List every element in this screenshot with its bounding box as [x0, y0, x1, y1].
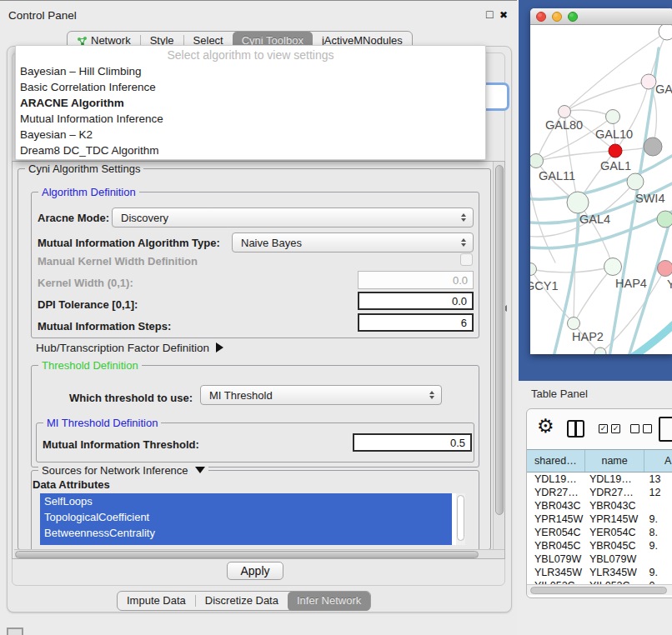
close-panel-icon[interactable]: ✖	[499, 9, 508, 21]
tab-label: Discretize Data	[205, 592, 278, 610]
table-row[interactable]: YDL19…YDL19…13	[527, 472, 672, 486]
data-attribute-item[interactable]: SelfLoops	[40, 493, 452, 509]
aracne-mode-select[interactable]: Discovery	[112, 208, 474, 228]
table-toolbar: ⚙ ✓✓	[527, 409, 672, 449]
network-node[interactable]	[568, 318, 580, 330]
node-label: GAL4	[579, 212, 610, 226]
network-node[interactable]	[594, 348, 606, 354]
mi-algorithm-type-select[interactable]: Naive Bayes	[232, 232, 474, 252]
table-row[interactable]: YBR045CYBR045C9.	[527, 539, 672, 552]
node-label: GAL80	[545, 118, 583, 132]
table-panel: ⚙ ✓✓ shared…nameA YDL19…YDL19…13YDR27…YD…	[526, 408, 672, 598]
sources-expander[interactable]: Sources for Network Inference	[38, 464, 208, 477]
scrollbar-thumb[interactable]	[530, 587, 667, 594]
node-label: GAL	[655, 82, 672, 96]
minimize-button[interactable]	[552, 12, 562, 22]
settings-horizontal-scrollbar[interactable]	[14, 549, 504, 559]
mi-threshold-title: MI Threshold Definition	[43, 417, 161, 429]
network-node[interactable]	[606, 110, 620, 124]
threshold-definition-title: Threshold Definition	[38, 359, 142, 372]
table-row[interactable]: YPR145WYPR145W9.	[527, 512, 672, 526]
table-cell: YER054C	[527, 526, 585, 539]
network-node[interactable]	[659, 25, 672, 40]
new-table-icon[interactable]	[659, 417, 672, 442]
close-button[interactable]	[536, 12, 546, 22]
network-window-titlebar[interactable]	[530, 8, 672, 25]
table-row[interactable]: YER054CYER054C8.	[527, 526, 672, 539]
table-cell: YBR045C	[527, 539, 585, 552]
network-canvas[interactable]: GALGAL80GAL10GAL1GAL11SWI4GAL4GCY1HAP4YH…	[530, 25, 672, 354]
table-row[interactable]: YBR043CYBR043C	[527, 499, 672, 512]
split-columns-icon[interactable]	[567, 420, 584, 438]
mi-algorithm-type-value: Naive Bayes	[233, 237, 458, 249]
unselect-all-columns-icon[interactable]	[630, 424, 652, 433]
network-edge	[564, 82, 649, 112]
manual-kernel-width-checkbox[interactable]	[460, 253, 473, 266]
algorithm-option[interactable]: Bayesian – K2	[20, 127, 485, 142]
algorithm-select-placeholder: Select algorithm to view settings	[16, 48, 485, 62]
network-node[interactable]	[641, 74, 656, 89]
data-attribute-item[interactable]: gal4RGexp	[40, 541, 452, 545]
table-options-icon[interactable]: ⚙	[537, 415, 554, 438]
algorithm-option[interactable]: Bayesian – Hill Climbing	[20, 63, 485, 79]
scrollbar-thumb[interactable]	[495, 165, 504, 515]
scrollbar-thumb[interactable]	[15, 551, 479, 558]
data-attribute-item[interactable]: BetweennessCentrality	[40, 525, 452, 541]
network-node[interactable]	[644, 138, 662, 156]
apply-button[interactable]: Apply	[227, 562, 283, 580]
control-panel: Control Panel □ ✖ NetworkStyleSelectCyni…	[0, 0, 517, 635]
network-node[interactable]	[567, 192, 589, 213]
algorithm-option[interactable]: ARACNE Algorithm	[20, 95, 485, 111]
algorithm-dropdown: Select algorithm to view settings Bayesi…	[15, 45, 486, 160]
algorithm-option[interactable]: Basic Correlation Inference	[20, 79, 485, 95]
table-cell	[644, 552, 672, 566]
tab-impute-data[interactable]: Impute Data	[118, 592, 195, 610]
settings-vertical-scrollbar[interactable]	[493, 162, 505, 558]
hub-definition-expander[interactable]: Hub/Transcription Factor Definition	[36, 342, 223, 354]
column-header[interactable]: A	[644, 450, 672, 472]
table-cell: YDL19…	[527, 472, 585, 486]
table-cell: YBL079W	[527, 552, 585, 566]
column-header[interactable]: shared…	[527, 450, 585, 472]
algorithm-option[interactable]: Dream8 DC_TDC Algorithm	[20, 142, 485, 158]
table-panel-title: Table Panel	[531, 388, 588, 400]
zoom-button[interactable]	[568, 12, 578, 22]
data-attribute-item[interactable]: TopologicalCoefficient	[40, 509, 452, 525]
algorithm-definition-title: Algorithm Definition	[38, 186, 139, 198]
table-cell: YBR045C	[585, 539, 645, 552]
docked-panel-icon[interactable]	[7, 628, 23, 635]
mi-algorithm-type-label: Mutual Information Algorithm Type:	[38, 237, 220, 249]
network-node[interactable]	[604, 258, 622, 276]
network-node[interactable]	[627, 173, 644, 190]
table-row[interactable]: YLR345WYLR345W9.	[527, 566, 672, 579]
table-row[interactable]: YBL079WYBL079W	[527, 552, 672, 566]
network-node[interactable]	[658, 261, 672, 277]
mi-threshold-input[interactable]	[353, 433, 472, 452]
which-threshold-select[interactable]: MI Threshold	[200, 385, 442, 405]
table-cell: YLR345W	[527, 566, 585, 579]
table-horizontal-scrollbar[interactable]	[527, 584, 672, 595]
float-window-icon[interactable]: □	[486, 8, 493, 21]
column-header[interactable]: name	[585, 450, 645, 472]
mi-steps-input[interactable]	[358, 313, 474, 332]
table-row[interactable]: YDR27…YDR27…12	[527, 486, 672, 499]
network-node[interactable]	[559, 106, 571, 118]
network-window[interactable]: GALGAL80GAL10GAL1GAL11SWI4GAL4GCY1HAP4YH…	[530, 8, 672, 354]
mi-threshold-label: Mutual Information Threshold:	[43, 438, 199, 451]
tab-infer-network[interactable]: Infer Network	[288, 592, 370, 611]
network-node[interactable]	[530, 263, 537, 276]
network-node[interactable]	[609, 144, 622, 158]
select-all-columns-icon[interactable]: ✓✓	[599, 424, 620, 433]
stepper-icon	[458, 213, 469, 222]
table-cell: YDR27…	[527, 486, 585, 499]
attributes-scrollbar[interactable]	[456, 493, 465, 545]
dpi-tolerance-input[interactable]	[358, 292, 474, 310]
algorithm-option[interactable]: Mutual Information Inference	[20, 111, 485, 127]
table-cell: 9.	[644, 539, 672, 552]
network-node[interactable]	[530, 154, 544, 168]
network-node[interactable]	[657, 211, 672, 228]
aracne-mode-label: Aracne Mode:	[38, 212, 109, 224]
tab-discretize-data[interactable]: Discretize Data	[196, 592, 288, 610]
scrollbar-thumb[interactable]	[457, 495, 464, 541]
kernel-width-input[interactable]	[358, 271, 474, 289]
